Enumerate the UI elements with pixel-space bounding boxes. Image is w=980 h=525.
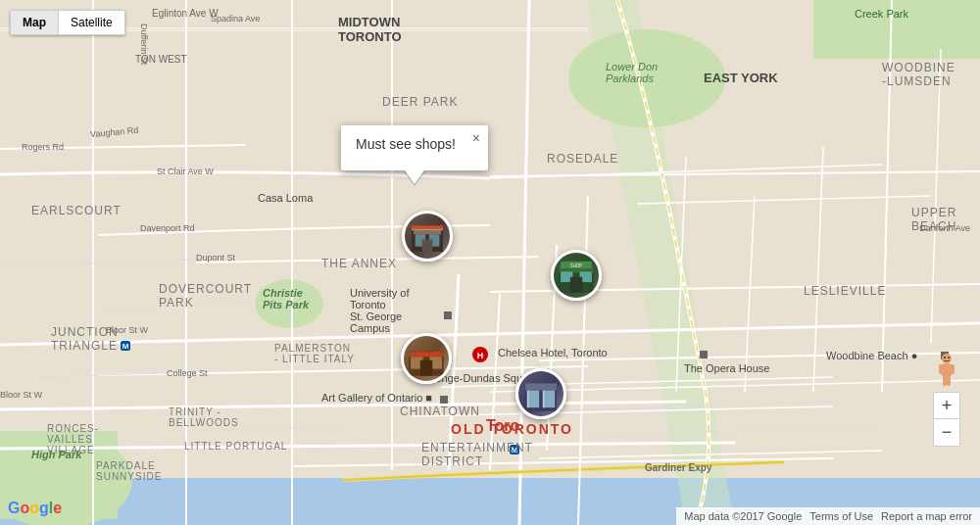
svg-rect-92 — [947, 376, 951, 386]
svg-rect-89 — [939, 364, 944, 374]
info-window-close-button[interactable]: × — [472, 131, 480, 145]
marker-shop-4[interactable] — [515, 368, 566, 419]
svg-rect-91 — [943, 376, 947, 386]
map-button[interactable]: Map — [11, 11, 59, 34]
svg-rect-90 — [950, 364, 955, 374]
svg-text:M: M — [512, 446, 518, 454]
info-window-text: Must see shops! — [356, 136, 456, 152]
zoom-controls: + − — [933, 392, 960, 447]
svg-rect-6 — [813, 0, 980, 59]
marker-shop-3[interactable] — [401, 333, 452, 384]
svg-rect-55 — [440, 396, 448, 404]
svg-rect-84 — [525, 383, 557, 390]
svg-rect-82 — [527, 390, 539, 407]
svg-point-8 — [255, 279, 323, 328]
marker-shop-2[interactable]: SHOP — [551, 250, 602, 301]
svg-rect-78 — [420, 360, 432, 376]
svg-rect-83 — [543, 390, 555, 407]
marker-shop-1[interactable] — [402, 211, 453, 262]
google-logo: Google — [8, 500, 62, 517]
svg-text:SHOP: SHOP — [570, 263, 583, 268]
map-data-credit: Map data ©2017 Google — [684, 510, 802, 522]
svg-rect-71 — [570, 277, 582, 293]
svg-rect-63 — [422, 240, 433, 252]
info-window: × Must see shops! — [341, 125, 488, 170]
pegman[interactable] — [933, 353, 960, 388]
svg-text:M: M — [122, 342, 129, 351]
map-type-control[interactable]: Map Satellite — [10, 10, 125, 35]
svg-point-94 — [948, 357, 950, 358]
zoom-in-button[interactable]: + — [933, 392, 960, 419]
report-error-link[interactable]: Report a map error — [881, 510, 972, 522]
map-container: M M H Map Satellite × Must see shops! — [0, 0, 980, 525]
svg-text:H: H — [477, 351, 484, 360]
satellite-button[interactable]: Satellite — [59, 11, 124, 34]
map-footer: Map data ©2017 Google Terms of Use Repor… — [676, 507, 980, 525]
svg-rect-56 — [700, 351, 708, 358]
svg-rect-54 — [444, 311, 452, 319]
svg-point-87 — [942, 354, 952, 363]
svg-marker-79 — [409, 352, 443, 357]
svg-point-93 — [944, 357, 946, 358]
map-background: M M H — [0, 0, 980, 525]
svg-rect-65 — [412, 225, 443, 229]
terms-of-use-link[interactable]: Terms of Use — [809, 510, 873, 522]
zoom-out-button[interactable]: − — [933, 419, 960, 447]
